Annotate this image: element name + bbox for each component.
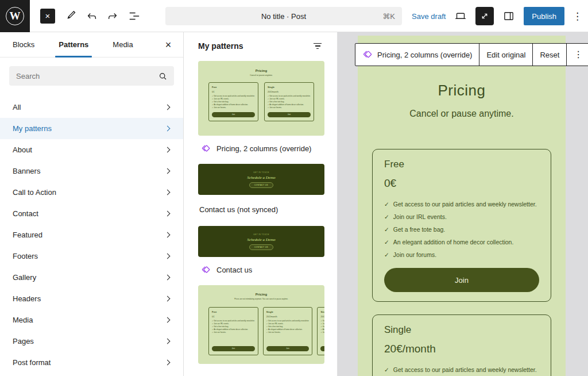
preview-button[interactable] <box>454 9 467 23</box>
synced-pattern-icon <box>362 49 373 60</box>
wordpress-logo-letter: W <box>6 7 24 25</box>
pattern-preview-pricing-copy[interactable]: Pricing Prices are not intimidating anym… <box>198 285 324 364</box>
category-label: Headers <box>13 294 41 303</box>
command-center-bar[interactable]: No title · Post ⌘K <box>165 7 402 25</box>
inserter-panel: Blocks Patterns Media × All <box>0 32 184 376</box>
filter-icon <box>314 43 322 44</box>
document-overview-button[interactable] <box>127 9 141 23</box>
pattern-category-item[interactable]: Contact <box>0 203 183 224</box>
plan-card-single[interactable]: Single 20€/month Get access to our paid … <box>372 314 551 376</box>
pattern-category-item[interactable]: About <box>0 139 183 160</box>
save-draft-button[interactable]: Save draft <box>412 12 446 21</box>
pattern-category-item[interactable]: Featured <box>0 224 183 245</box>
mini-pricing-title: Pricing <box>198 293 324 296</box>
banner-button: Contact us <box>249 244 273 250</box>
reset-button[interactable]: Reset <box>533 44 567 66</box>
document-title: No title · Post <box>165 12 402 21</box>
list-view-icon <box>128 10 141 22</box>
chevron-right-icon <box>165 275 171 281</box>
undo-icon <box>86 10 98 22</box>
chevron-right-icon <box>165 360 171 366</box>
category-label: Footers <box>13 252 38 260</box>
search-input[interactable] <box>16 72 157 80</box>
mini-pricing-title: Pricing <box>198 69 324 72</box>
block-options-button[interactable]: ⋮ <box>567 44 588 66</box>
chevron-right-icon <box>165 190 171 195</box>
mini-plan-card: Single 20€/month Get access to our paid … <box>264 82 314 121</box>
pattern-category-item[interactable]: Headers <box>0 288 183 309</box>
wordpress-block-editor: W × No title · Post ⌘K S <box>0 0 588 376</box>
wordpress-logo[interactable]: W <box>0 0 30 32</box>
toggle-block-inserter-button[interactable]: × <box>40 9 55 24</box>
publish-button[interactable]: Publish <box>524 7 564 25</box>
pattern-category-item[interactable]: Footers <box>0 245 183 267</box>
category-label: Banners <box>13 167 40 175</box>
inserter-tab[interactable]: Patterns <box>55 32 92 57</box>
banner-title: Schedule a Demo <box>247 175 276 180</box>
plan-feature: Get access to our paid articles and week… <box>384 198 539 210</box>
desktop-icon <box>454 10 467 22</box>
plan-feature: Get a free tote bag. <box>384 223 539 236</box>
pattern-category-item[interactable]: My patterns <box>0 118 183 139</box>
category-label: Pages <box>13 337 34 346</box>
pattern-item-label[interactable]: Contact us <box>201 262 324 277</box>
pattern-preview-contact-not-synced[interactable]: Get in touch Schedule a Demo Contact us <box>198 164 324 195</box>
banner-button: Contact us <box>249 182 273 188</box>
pricing-subtitle[interactable]: Cancel or pause anytime. <box>358 109 566 119</box>
pattern-item-label[interactable]: Contact us (not synced) <box>199 202 324 217</box>
pattern-category-item[interactable]: Call to Action <box>0 182 183 203</box>
category-label: All <box>13 103 21 112</box>
chevron-right-icon <box>165 211 171 217</box>
plan-price: 0€ <box>384 177 539 190</box>
mini-pricing-subtitle: Prices are not intimidating anymore. You… <box>198 298 324 300</box>
category-label: Featured <box>13 231 42 239</box>
pattern-category-item[interactable]: All <box>0 97 183 118</box>
pattern-category-item[interactable]: Gallery <box>0 267 183 288</box>
redo-button[interactable] <box>106 9 119 23</box>
block-toolbar-pattern-segment[interactable]: Pricing, 2 columns (override) <box>355 44 479 66</box>
kebab-menu-icon: ⋮ <box>574 50 583 59</box>
plan-features: Get access to our paid articles and week… <box>384 363 539 376</box>
pattern-item-label[interactable]: Pricing two columns (Copy) <box>201 373 324 376</box>
mini-join-button: Join <box>268 112 311 117</box>
chevron-right-icon <box>165 296 171 302</box>
synced-pattern-icon <box>201 265 211 275</box>
tools-pencil-button[interactable] <box>64 9 78 23</box>
pricing-heading[interactable]: Pricing <box>358 82 566 99</box>
pattern-category-item[interactable]: Banners <box>0 160 183 182</box>
redo-icon <box>106 10 119 22</box>
pattern-preview-contact-synced[interactable]: Get in touch Schedule a Demo Contact us <box>198 226 324 257</box>
options-menu-button[interactable]: ⋮ <box>572 11 582 21</box>
mini-join-button: Join <box>212 346 255 351</box>
inserter-tab[interactable]: Media <box>109 32 136 57</box>
pattern-preview-pricing-override[interactable]: Pricing Cancel or pause anytime. Free 0€… <box>198 61 324 136</box>
close-inserter-button[interactable]: × <box>161 38 175 52</box>
filter-patterns-button[interactable] <box>311 39 324 53</box>
pattern-category-item[interactable]: Media <box>0 309 183 331</box>
inserter-tab[interactable]: Blocks <box>9 32 38 57</box>
edit-original-button[interactable]: Edit original <box>479 44 533 66</box>
pattern-search-box <box>9 66 174 86</box>
undo-button[interactable] <box>85 9 99 23</box>
pattern-item-label[interactable]: Pricing, 2 columns (override) <box>201 141 324 156</box>
pattern-category-item[interactable]: Post format <box>0 352 183 373</box>
my-patterns-panel: My patterns Pricing Cancel or pause anyt… <box>184 32 338 376</box>
pattern-category-item[interactable]: Pages <box>0 331 183 352</box>
zoomed-out-canvas[interactable]: Pricing Cancel or pause anytime. Free 0€… <box>358 36 566 376</box>
chevron-right-icon <box>165 126 171 132</box>
zoom-out-toggle-button[interactable] <box>475 7 494 25</box>
join-button[interactable]: Join <box>384 268 539 292</box>
category-label: My patterns <box>13 124 52 133</box>
editor-canvas-area: Pricing Cancel or pause anytime. Free 0€… <box>338 32 588 376</box>
chevron-right-icon <box>165 232 171 238</box>
banner-title: Schedule a Demo <box>247 237 276 242</box>
pencil-icon <box>65 10 78 22</box>
mini-plan-card: Single 20€/month Get access to our paid … <box>263 307 313 355</box>
pattern-categories: All My patterns About Banners <box>0 97 183 373</box>
chevron-right-icon <box>165 147 171 153</box>
category-label: Media <box>13 316 33 324</box>
chevron-right-icon <box>165 317 171 323</box>
plan-card-free[interactable]: Free 0€ Get access to our paid articles … <box>372 149 551 302</box>
settings-sidebar-toggle-button[interactable] <box>502 9 516 23</box>
banner-caption: Get in touch <box>253 171 269 174</box>
